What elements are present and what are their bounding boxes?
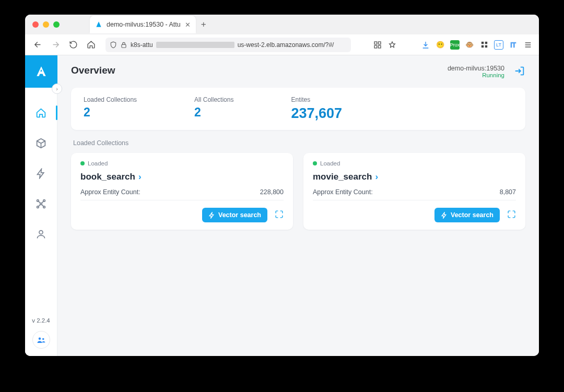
sidebar: › v 2.2.4 — [25, 55, 57, 356]
url-suffix: us-west-2.elb.amazonaws.com/?#/ — [238, 41, 334, 49]
browser-tab[interactable]: demo-milvus:19530 - Attu ✕ — [90, 16, 196, 33]
collection-name-link[interactable]: movie_search › — [313, 172, 516, 182]
stat-value: 2 — [194, 105, 233, 120]
status-text: Loaded — [88, 160, 108, 167]
svg-point-15 — [38, 338, 41, 340]
user-icon — [36, 229, 46, 240]
app-logo[interactable] — [25, 55, 57, 88]
reload-button[interactable] — [66, 38, 80, 52]
window-close-icon[interactable] — [32, 21, 39, 28]
svg-point-10 — [43, 199, 45, 201]
people-icon — [37, 335, 46, 345]
nav-overview[interactable] — [31, 103, 52, 122]
connection-status: Running — [448, 72, 504, 78]
nav-users[interactable] — [31, 224, 52, 243]
stats-card: Loaded Collections 2 All Collections 2 E… — [71, 88, 525, 130]
collection-name: book_search — [80, 172, 135, 182]
cube-icon — [36, 138, 46, 149]
connection-address: demo-milvus:19530 — [448, 65, 504, 72]
download-icon[interactable] — [421, 40, 430, 50]
nav-collections[interactable] — [31, 134, 52, 152]
approx-count-value: 8,807 — [500, 188, 516, 196]
status-dot-icon — [80, 161, 85, 165]
shield-icon — [110, 41, 117, 49]
stat-label: All Collections — [194, 96, 233, 103]
extension-icon[interactable]: Prox — [450, 40, 460, 50]
svg-rect-1 — [374, 42, 377, 44]
logout-button[interactable] — [514, 65, 525, 78]
reader-view-icon[interactable] — [373, 40, 382, 50]
svg-point-9 — [37, 199, 39, 201]
svg-point-11 — [37, 206, 39, 208]
status-badge: Loaded — [80, 160, 284, 167]
stat-all-collections: All Collections 2 — [194, 96, 233, 122]
home-button[interactable] — [84, 38, 98, 52]
svg-point-16 — [42, 338, 44, 340]
extension-icon[interactable]: 🐵 — [465, 40, 474, 50]
collection-name-link[interactable]: book_search › — [80, 172, 284, 182]
svg-rect-3 — [374, 45, 377, 48]
stat-value: 237,607 — [291, 105, 342, 122]
extension-icon[interactable] — [509, 40, 518, 50]
extension-icon[interactable] — [479, 40, 489, 50]
toolbar-actions: 😶 Prox 🐵 LT — [373, 40, 534, 50]
community-button[interactable] — [32, 331, 50, 349]
svg-rect-5 — [481, 42, 483, 44]
attu-logo-icon — [34, 65, 48, 78]
main-content: Overview demo-milvus:19530 Running Loade… — [57, 55, 539, 356]
extension-icon[interactable]: LT — [494, 40, 503, 50]
version-label: v 2.2.4 — [32, 317, 50, 324]
vector-search-button[interactable]: Vector search — [202, 208, 267, 222]
home-icon — [36, 108, 46, 118]
stat-label: Loaded Collections — [84, 96, 137, 103]
vector-search-button[interactable]: Vector search — [434, 208, 500, 222]
stat-loaded-collections: Loaded Collections 2 — [84, 96, 137, 122]
stat-entities: Entites 237,607 — [291, 96, 342, 122]
nav-system[interactable] — [31, 194, 52, 213]
window-maximize-icon[interactable] — [53, 21, 60, 28]
loaded-collections-heading: Loaded Collections — [73, 139, 525, 147]
tab-close-icon[interactable]: ✕ — [185, 21, 191, 29]
svg-rect-8 — [485, 45, 487, 47]
svg-point-12 — [43, 206, 45, 208]
status-text: Loaded — [320, 160, 340, 167]
lock-icon — [120, 41, 127, 49]
release-icon — [507, 210, 516, 219]
release-button[interactable] — [507, 210, 516, 221]
browser-tabbar: demo-milvus:19530 - Attu ✕ + — [25, 15, 539, 34]
browser-toolbar: k8s-attu us-west-2.elb.amazonaws.com/?#/… — [25, 34, 539, 55]
stat-label: Entites — [291, 96, 342, 103]
svg-rect-2 — [378, 42, 381, 44]
url-bar[interactable]: k8s-attu us-west-2.elb.amazonaws.com/?#/ — [105, 38, 351, 52]
forward-button[interactable] — [48, 38, 63, 52]
svg-rect-0 — [122, 44, 126, 47]
collection-card: Loaded movie_search › Approx Entity Coun… — [303, 153, 525, 230]
back-button[interactable] — [30, 38, 45, 52]
window-minimize-icon[interactable] — [43, 21, 49, 28]
svg-point-14 — [39, 230, 43, 234]
page-title: Overview — [71, 65, 115, 76]
bookmark-star-icon[interactable] — [387, 40, 397, 50]
approx-count-label: Approx Entity Count: — [80, 188, 140, 196]
chevron-right-icon: › — [138, 172, 142, 182]
release-button[interactable] — [275, 210, 284, 221]
new-tab-button[interactable]: + — [201, 19, 206, 30]
vector-search-label: Vector search — [451, 211, 494, 219]
status-dot-icon — [313, 161, 317, 165]
sidebar-collapse-button[interactable]: › — [52, 84, 62, 94]
vector-search-label: Vector search — [218, 211, 261, 219]
chevron-right-icon: › — [375, 172, 378, 182]
status-badge: Loaded — [313, 160, 516, 167]
approx-count-label: Approx Entity Count: — [313, 188, 373, 196]
release-icon — [275, 210, 284, 219]
extension-icon[interactable]: 😶 — [436, 40, 445, 50]
svg-rect-4 — [378, 45, 381, 48]
app-menu-icon[interactable] — [523, 40, 533, 50]
nav-search[interactable] — [31, 164, 52, 183]
svg-rect-7 — [481, 45, 483, 47]
connection-info: demo-milvus:19530 Running — [448, 65, 525, 78]
logout-icon — [514, 65, 525, 77]
approx-count-value: 228,800 — [260, 188, 284, 196]
bolt-icon — [208, 212, 215, 219]
svg-rect-6 — [485, 42, 487, 44]
